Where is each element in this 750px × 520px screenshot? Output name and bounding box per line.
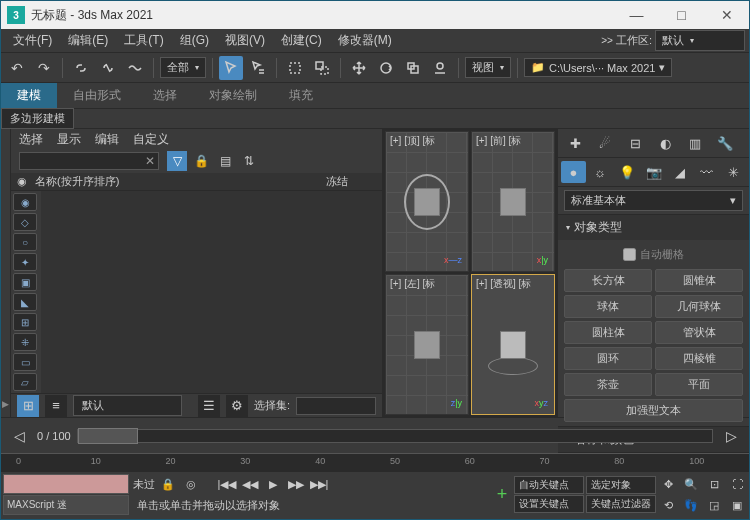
filter-lights-icon[interactable]: ✦: [13, 253, 37, 271]
box-button[interactable]: 长方体: [564, 269, 652, 292]
spacewarps-subtab[interactable]: 〰: [695, 161, 720, 183]
geometry-subtab[interactable]: ●: [561, 161, 586, 183]
filter-group-icon[interactable]: ▭: [13, 353, 37, 371]
clear-search-icon[interactable]: ✕: [145, 154, 155, 168]
pan-view-button[interactable]: ✥: [658, 475, 678, 493]
viewport-front[interactable]: [+] [前] [标 x|y: [471, 131, 555, 272]
selection-filter-dropdown[interactable]: 全部: [160, 57, 206, 78]
cone-button[interactable]: 圆锥体: [655, 269, 743, 292]
keyfilter-button[interactable]: 关键点过滤器: [586, 495, 656, 513]
time-prev-button[interactable]: ◁: [7, 424, 31, 448]
filter-helpers-icon[interactable]: ◣: [13, 293, 37, 311]
ribbon-objpaint[interactable]: 对象绘制: [193, 83, 273, 108]
viewport-top[interactable]: [+] [顶] [标 x—z: [385, 131, 469, 272]
select-button[interactable]: [219, 56, 243, 80]
torus-button[interactable]: 圆环: [564, 347, 652, 370]
time-range-display[interactable]: 0 / 100: [37, 430, 71, 442]
filter-xref-icon[interactable]: ▱: [13, 373, 37, 391]
helpers-subtab[interactable]: ◢: [668, 161, 693, 183]
lock-selection-icon[interactable]: 🔒: [158, 475, 178, 493]
orbit-button[interactable]: ⟲: [658, 496, 678, 514]
shapes-subtab[interactable]: ☼: [588, 161, 613, 183]
undo-button[interactable]: ↶: [5, 56, 29, 80]
refcoord-dropdown[interactable]: 视图: [465, 57, 511, 78]
walk-button[interactable]: 👣: [681, 496, 701, 514]
autogrid-checkbox[interactable]: [623, 248, 636, 261]
maximize-button[interactable]: □: [659, 1, 704, 29]
menu-edit[interactable]: 编辑(E): [60, 29, 116, 52]
ribbon-freeform[interactable]: 自由形式: [57, 83, 137, 108]
fov-button[interactable]: ⊡: [704, 475, 724, 493]
filter-geometry-icon[interactable]: ◇: [13, 213, 37, 231]
motion-tab[interactable]: ◐: [651, 132, 679, 154]
viewport-left-label[interactable]: [+] [左] [标: [390, 277, 435, 291]
link-button[interactable]: [69, 56, 93, 80]
next-frame-button[interactable]: ▶▶: [286, 475, 306, 493]
ribbon-polymodeling[interactable]: 多边形建模: [1, 108, 74, 129]
display-button[interactable]: ▤: [215, 151, 235, 171]
time-ruler[interactable]: 0 10 20 30 40 50 60 70 80 100: [1, 453, 749, 471]
view-grid-button[interactable]: ⊞: [17, 395, 39, 417]
frozen-column-header[interactable]: 冻结: [326, 174, 376, 189]
project-path[interactable]: 📁C:\Users\··· Max 2021▾: [524, 58, 672, 77]
filter-space-icon[interactable]: ⊞: [13, 313, 37, 331]
layer-dropdown[interactable]: 默认: [73, 395, 182, 416]
window-crossing-button[interactable]: [310, 56, 334, 80]
teapot-button[interactable]: 茶壶: [564, 373, 652, 396]
textplus-button[interactable]: 加强型文本: [564, 399, 743, 422]
close-button[interactable]: ✕: [704, 1, 749, 29]
scale-button[interactable]: [401, 56, 425, 80]
redo-button[interactable]: ↷: [32, 56, 56, 80]
zoom-view-button[interactable]: 🔍: [681, 475, 701, 493]
menu-file[interactable]: 文件(F): [5, 29, 60, 52]
object-type-rollout[interactable]: 对象类型: [558, 215, 749, 240]
move-button[interactable]: [347, 56, 371, 80]
maxscript-listener[interactable]: [3, 474, 129, 494]
chevron-right-icon[interactable]: >>: [601, 35, 613, 46]
ribbon-modeling[interactable]: 建模: [1, 83, 57, 108]
view-list-button[interactable]: ≡: [45, 395, 67, 417]
filter-all-icon[interactable]: ◉: [13, 193, 37, 211]
workspace-dropdown[interactable]: 默认: [655, 30, 745, 51]
cylinder-button[interactable]: 圆柱体: [564, 321, 652, 344]
add-key-button[interactable]: +: [492, 486, 512, 504]
viewport-perspective[interactable]: [+] [透视] [标 xyz: [471, 274, 555, 415]
layer-props-icon[interactable]: ⚙: [226, 395, 248, 417]
filter-shapes-icon[interactable]: ○: [13, 233, 37, 251]
menu-group[interactable]: 组(G): [172, 29, 217, 52]
filter-button[interactable]: ▽: [167, 151, 187, 171]
systems-subtab[interactable]: ✳: [721, 161, 746, 183]
layers-icon[interactable]: ☰: [198, 395, 220, 417]
unlink-button[interactable]: [96, 56, 120, 80]
prev-frame-button[interactable]: ◀◀: [240, 475, 260, 493]
isolate-icon[interactable]: ◎: [181, 475, 201, 493]
explorer-tab-customize[interactable]: 自定义: [133, 131, 169, 148]
maxscript-mini[interactable]: MAXScript 迷: [3, 495, 129, 515]
cameras-subtab[interactable]: 📷: [641, 161, 666, 183]
menu-modifiers[interactable]: 修改器(M): [330, 29, 400, 52]
ribbon-selection[interactable]: 选择: [137, 83, 193, 108]
explorer-list[interactable]: [41, 191, 382, 393]
menu-views[interactable]: 视图(V): [217, 29, 273, 52]
time-slider[interactable]: [77, 429, 713, 443]
hierarchy-tab[interactable]: ⊟: [621, 132, 649, 154]
maximize-vp-button[interactable]: ◲: [704, 496, 724, 514]
play-button[interactable]: ▶: [263, 475, 283, 493]
explorer-search-input[interactable]: [19, 152, 159, 170]
viewport-persp-label[interactable]: [+] [透视] [标: [476, 277, 531, 291]
filter-cameras-icon[interactable]: ▣: [13, 273, 37, 291]
setkey-button[interactable]: 设置关键点: [514, 495, 584, 513]
tube-button[interactable]: 管状体: [655, 321, 743, 344]
display-tab[interactable]: ▥: [681, 132, 709, 154]
goto-end-button[interactable]: ▶▶|: [309, 475, 329, 493]
pyramid-button[interactable]: 四棱锥: [655, 347, 743, 370]
plane-button[interactable]: 平面: [655, 373, 743, 396]
name-column-header[interactable]: 名称(按升序排序): [35, 174, 326, 189]
min-max-button[interactable]: ▣: [727, 496, 747, 514]
bind-button[interactable]: [123, 56, 147, 80]
goto-start-button[interactable]: |◀◀: [217, 475, 237, 493]
sphere-button[interactable]: 球体: [564, 295, 652, 318]
expand-icon[interactable]: ▶: [1, 399, 10, 409]
select-name-button[interactable]: [246, 56, 270, 80]
place-button[interactable]: [428, 56, 452, 80]
